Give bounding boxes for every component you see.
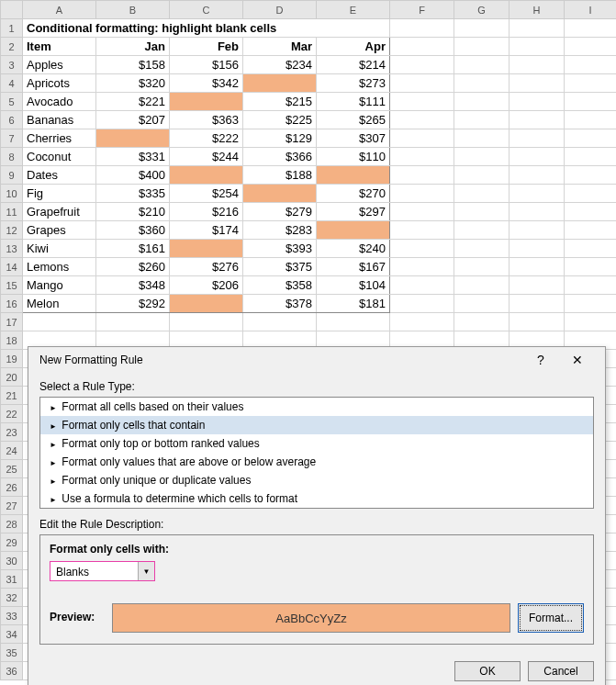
data-cell[interactable]: $297 — [317, 203, 390, 221]
data-cell[interactable]: $331 — [96, 148, 170, 166]
cell[interactable] — [510, 166, 565, 185]
cell[interactable] — [565, 313, 617, 331]
data-cell[interactable] — [170, 295, 243, 313]
cell[interactable] — [390, 148, 454, 166]
cell[interactable] — [390, 276, 454, 295]
cell[interactable] — [454, 111, 510, 129]
cell[interactable] — [565, 74, 617, 93]
data-cell[interactable]: $276 — [170, 258, 243, 276]
cell[interactable] — [390, 38, 454, 56]
corner-cell[interactable] — [1, 1, 23, 19]
cell[interactable] — [317, 313, 390, 331]
row-header[interactable]: 29 — [1, 533, 23, 552]
item-cell[interactable]: Dates — [23, 166, 96, 185]
format-button[interactable]: Format... — [518, 603, 584, 633]
header-feb[interactable]: Feb — [170, 38, 243, 56]
row-header[interactable]: 21 — [1, 387, 23, 405]
rule-type-list[interactable]: ► Format all cells based on their values… — [39, 397, 594, 509]
ok-button[interactable]: OK — [454, 661, 521, 680]
header-item[interactable]: Item — [23, 38, 96, 56]
data-cell[interactable]: $342 — [170, 74, 243, 93]
cell[interactable] — [170, 313, 243, 331]
cell[interactable] — [565, 19, 617, 38]
row-header[interactable]: 22 — [1, 405, 23, 423]
cell[interactable] — [510, 185, 565, 203]
data-cell[interactable]: $400 — [96, 166, 170, 185]
row-header[interactable]: 4 — [1, 74, 23, 93]
cell[interactable] — [390, 56, 454, 74]
row-header[interactable]: 5 — [1, 93, 23, 111]
row-header[interactable]: 32 — [1, 589, 23, 607]
row-header[interactable]: 36 — [1, 662, 23, 680]
row-header[interactable]: 35 — [1, 644, 23, 662]
item-cell[interactable]: Kiwi — [23, 240, 96, 258]
cell[interactable] — [390, 203, 454, 221]
data-cell[interactable] — [170, 93, 243, 111]
row-header[interactable]: 33 — [1, 607, 23, 625]
col-header[interactable]: H — [510, 1, 565, 19]
col-header[interactable]: E — [317, 1, 390, 19]
row-header[interactable]: 19 — [1, 350, 23, 368]
data-cell[interactable]: $393 — [243, 240, 317, 258]
row-header[interactable]: 20 — [1, 368, 23, 387]
data-cell[interactable]: $279 — [243, 203, 317, 221]
row-header[interactable]: 24 — [1, 442, 23, 460]
cell[interactable] — [454, 276, 510, 295]
header-apr[interactable]: Apr — [317, 38, 390, 56]
cell[interactable] — [565, 185, 617, 203]
item-cell[interactable]: Mango — [23, 276, 96, 295]
data-cell[interactable]: $174 — [170, 221, 243, 240]
cell[interactable] — [510, 258, 565, 276]
cell[interactable] — [510, 111, 565, 129]
data-cell[interactable]: $188 — [243, 166, 317, 185]
data-cell[interactable]: $216 — [170, 203, 243, 221]
data-cell[interactable]: $225 — [243, 111, 317, 129]
item-cell[interactable]: Grapes — [23, 221, 96, 240]
cell[interactable] — [454, 203, 510, 221]
data-cell[interactable]: $375 — [243, 258, 317, 276]
item-cell[interactable]: Fig — [23, 185, 96, 203]
cell[interactable] — [454, 221, 510, 240]
data-cell[interactable]: $156 — [170, 56, 243, 74]
data-cell[interactable]: $214 — [317, 56, 390, 74]
cell[interactable] — [510, 240, 565, 258]
cell[interactable] — [565, 111, 617, 129]
cell[interactable] — [510, 129, 565, 148]
item-cell[interactable]: Coconut — [23, 148, 96, 166]
cell[interactable] — [454, 148, 510, 166]
item-cell[interactable]: Grapefruit — [23, 203, 96, 221]
rule-type-item[interactable]: ► Format only values that are above or b… — [40, 453, 593, 471]
row-header[interactable]: 14 — [1, 258, 23, 276]
cell[interactable] — [454, 19, 510, 38]
data-cell[interactable] — [243, 185, 317, 203]
row-header[interactable]: 13 — [1, 240, 23, 258]
cell[interactable] — [565, 93, 617, 111]
cell[interactable] — [454, 129, 510, 148]
chevron-down-icon[interactable]: ▼ — [138, 562, 154, 580]
data-cell[interactable]: $254 — [170, 185, 243, 203]
cell[interactable] — [565, 166, 617, 185]
row-header[interactable]: 10 — [1, 185, 23, 203]
cell[interactable] — [565, 276, 617, 295]
cell[interactable] — [510, 19, 565, 38]
cell[interactable] — [390, 240, 454, 258]
col-header[interactable]: G — [454, 1, 510, 19]
data-cell[interactable]: $207 — [96, 111, 170, 129]
cell[interactable] — [565, 148, 617, 166]
col-header[interactable]: A — [23, 1, 96, 19]
header-jan[interactable]: Jan — [96, 38, 170, 56]
cell[interactable] — [454, 313, 510, 331]
data-cell[interactable]: $335 — [96, 185, 170, 203]
cell[interactable] — [390, 185, 454, 203]
data-cell[interactable]: $111 — [317, 93, 390, 111]
cell[interactable] — [565, 56, 617, 74]
data-cell[interactable]: $273 — [317, 74, 390, 93]
item-cell[interactable]: Cherries — [23, 129, 96, 148]
cell[interactable] — [565, 203, 617, 221]
cell[interactable] — [454, 295, 510, 313]
condition-dropdown[interactable]: Blanks ▼ — [50, 561, 155, 581]
row-header[interactable]: 30 — [1, 552, 23, 570]
row-header[interactable]: 7 — [1, 129, 23, 148]
col-header[interactable]: F — [390, 1, 454, 19]
cell[interactable] — [390, 93, 454, 111]
